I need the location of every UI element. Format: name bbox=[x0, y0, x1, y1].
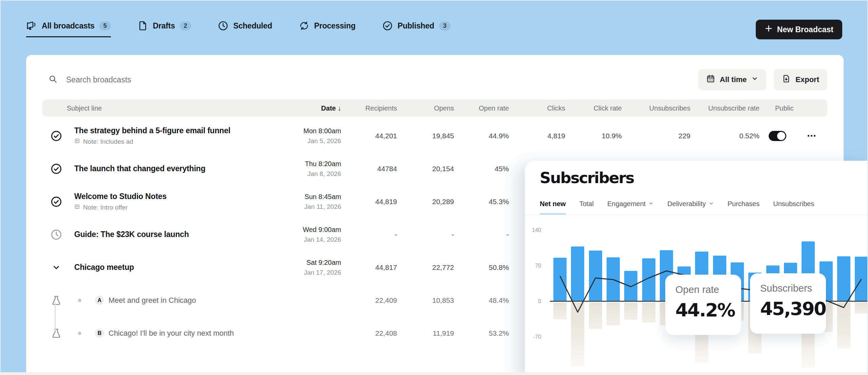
tab-processing[interactable]: Processing bbox=[299, 20, 356, 37]
subject-cell: Chicago meetup bbox=[67, 263, 261, 272]
subject-note: Note: Intro offer bbox=[74, 204, 261, 211]
public-toggle[interactable] bbox=[769, 131, 786, 141]
column-header-date[interactable]: Date ↓ bbox=[261, 104, 341, 112]
subject-line: The strategy behind a 5-figure email fun… bbox=[74, 126, 261, 135]
variant-connector-dot bbox=[78, 299, 81, 302]
note-text: Note: Intro offer bbox=[83, 204, 128, 211]
recipients-value: - bbox=[341, 231, 397, 239]
column-header-recipients[interactable]: Recipients bbox=[341, 104, 397, 112]
row-menu-button[interactable] bbox=[795, 135, 827, 137]
stat-card-label: Subscribers bbox=[760, 283, 826, 294]
date-cell: Sun 8:45amJan 11, 2026 bbox=[261, 193, 341, 211]
subscribers-tab-total[interactable]: Total bbox=[579, 200, 594, 215]
opens-value: 19,845 bbox=[397, 132, 454, 140]
tab-scheduled[interactable]: Scheduled bbox=[218, 20, 272, 37]
file-download-icon bbox=[782, 74, 791, 85]
column-header-open-rate[interactable]: Open rate bbox=[454, 104, 509, 112]
subject-cell: The launch that changed everything bbox=[67, 164, 261, 173]
export-label: Export bbox=[795, 75, 819, 84]
calendar-icon bbox=[706, 74, 715, 85]
subscribers-tab-net-new[interactable]: Net new bbox=[540, 200, 566, 215]
subscribers-tab-label: Deliverability bbox=[667, 200, 706, 208]
date-cell: Sat 9:20amJan 17, 2026 bbox=[261, 259, 341, 276]
search-box[interactable] bbox=[48, 69, 252, 90]
published-status-icon bbox=[42, 196, 67, 208]
tab-drafts[interactable]: Drafts2 bbox=[137, 20, 191, 37]
stat-card-value: 44.2% bbox=[675, 299, 741, 321]
tab-all-broadcasts[interactable]: All broadcasts5 bbox=[26, 20, 111, 37]
toolbar-right: All time Export bbox=[698, 69, 827, 90]
subscribers-tab-unsubscribes[interactable]: Unsubscribes bbox=[773, 200, 814, 215]
column-header-click-rate[interactable]: Click rate bbox=[565, 104, 622, 112]
open-rate-value: - bbox=[454, 231, 509, 239]
document-icon bbox=[137, 20, 148, 31]
date-time: Sun 8:45am bbox=[261, 193, 341, 201]
subject-line: Guide: The $23K course launch bbox=[74, 230, 261, 239]
published-status-icon bbox=[42, 163, 67, 175]
plus-icon bbox=[765, 24, 773, 35]
subject-cell: BChicago! I'll be in your city next mont… bbox=[67, 329, 261, 338]
variant-connector-dot bbox=[78, 332, 81, 335]
opens-value: 20,289 bbox=[397, 198, 454, 206]
date-day: Jan 11, 2026 bbox=[261, 203, 341, 211]
open-rate-value: 50.8% bbox=[454, 263, 509, 272]
open-rate-value: 44.9% bbox=[454, 132, 509, 140]
open-rate-value: 48.4% bbox=[454, 296, 509, 304]
search-icon bbox=[48, 75, 57, 85]
search-input[interactable] bbox=[66, 75, 242, 84]
top-bar: All broadcasts5Drafts2ScheduledProcessin… bbox=[1, 1, 867, 55]
public-cell bbox=[760, 131, 795, 141]
note-icon bbox=[74, 204, 80, 211]
table-row[interactable]: The strategy behind a 5-figure email fun… bbox=[42, 119, 827, 152]
tab-published[interactable]: Published3 bbox=[382, 20, 451, 37]
dots-icon bbox=[814, 135, 815, 137]
note-icon bbox=[74, 138, 80, 145]
chevron-down-icon bbox=[751, 75, 758, 84]
subscribers-tab-purchases[interactable]: Purchases bbox=[728, 200, 760, 215]
chevron-down-icon bbox=[709, 200, 714, 208]
subscribers-tab-label: Purchases bbox=[728, 200, 760, 208]
date-time: Wed 9:00am bbox=[261, 226, 341, 234]
column-header-clicks[interactable]: Clicks bbox=[509, 104, 565, 112]
stat-card-label: Open rate bbox=[675, 284, 741, 295]
column-header-unsubscribes[interactable]: Unsubscribes bbox=[622, 104, 690, 112]
date-cell: Wed 9:00amJan 14, 2026 bbox=[261, 226, 341, 243]
date-filter-button[interactable]: All time bbox=[698, 69, 766, 90]
subject-line: Welcome to Studio Notes bbox=[74, 192, 261, 201]
collapse-chevron-icon[interactable] bbox=[42, 263, 67, 272]
new-broadcast-button[interactable]: New Broadcast bbox=[756, 20, 842, 39]
subject-cell: The strategy behind a 5-figure email fun… bbox=[67, 126, 261, 145]
table-header: Subject lineDate ↓RecipientsOpensOpen ra… bbox=[42, 100, 827, 117]
stat-card-subscribers: Subscribers45,390 bbox=[750, 273, 826, 334]
dots-icon bbox=[808, 135, 809, 137]
stat-card-open-rate: Open rate44.2% bbox=[665, 275, 741, 335]
subscribers-tab-engagement[interactable]: Engagement bbox=[607, 200, 654, 215]
column-header-opens[interactable]: Opens bbox=[397, 104, 454, 112]
column-header-subject-line[interactable]: Subject line bbox=[67, 104, 261, 112]
opens-value: 11,919 bbox=[397, 329, 454, 337]
date-time: Thu 8:20am bbox=[261, 160, 341, 168]
subscribers-chart: 140700-70 bbox=[525, 161, 868, 375]
scheduled-clock-icon bbox=[42, 229, 67, 241]
chevron-down-icon bbox=[648, 200, 654, 208]
column-header-unsubscribe-rate[interactable]: Unsubscribe rate bbox=[690, 104, 760, 112]
tab-count-badge: 3 bbox=[439, 21, 451, 31]
toggle-knob bbox=[777, 132, 785, 140]
date-time: Sat 9:20am bbox=[261, 259, 341, 267]
opens-value: - bbox=[397, 231, 454, 239]
sync-icon bbox=[299, 20, 310, 31]
column-header-public[interactable]: Public bbox=[760, 104, 795, 112]
export-button[interactable]: Export bbox=[774, 69, 827, 90]
subscribers-tab-label: Unsubscribes bbox=[773, 200, 814, 208]
variant-badge: A bbox=[95, 296, 104, 305]
open-rate-value: 45% bbox=[454, 165, 509, 173]
open-rate-value: 53.2% bbox=[454, 329, 509, 337]
unsubscribe-rate-value: 0.52% bbox=[690, 132, 760, 140]
tab-count-badge: 2 bbox=[180, 21, 191, 31]
subscribers-tab-deliverability[interactable]: Deliverability bbox=[667, 200, 714, 215]
stat-card-value: 45,390 bbox=[760, 298, 826, 319]
note-text: Note: Includes ad bbox=[83, 138, 133, 145]
published-status-icon bbox=[42, 130, 67, 142]
date-day: Jan 17, 2026 bbox=[261, 269, 341, 276]
recipients-value: 22,409 bbox=[341, 296, 397, 304]
